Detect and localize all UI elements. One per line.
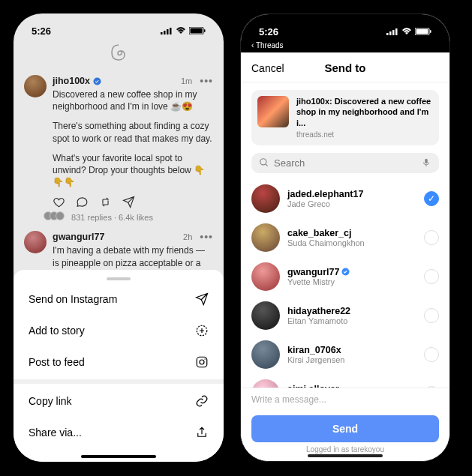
post-username[interactable]: jiho100x [53,76,90,86]
svg-rect-15 [395,28,398,35]
status-icons [386,28,431,35]
post-stats[interactable]: 831 replies · 6.4k likes [71,213,153,222]
threads-logo [14,40,224,70]
status-time: 5:26 [259,26,278,37]
svg-rect-13 [389,31,392,35]
sheet-item-send-instagram[interactable]: Send on Instagram [14,283,224,315]
contact-row[interactable]: kiran_0706xKirsi Jørgensen [251,335,439,374]
cancel-button[interactable]: Cancel [251,62,284,74]
home-indicator[interactable] [308,454,383,457]
sheet-item-copy-link[interactable]: Copy link [14,385,224,417]
message-input[interactable]: Write a message... [241,388,449,411]
post-actions [53,196,213,208]
svg-rect-14 [392,30,395,35]
feed-icon [195,355,209,369]
post-header: jiho100x 1m ••• [53,75,213,87]
sheet-item-label: Post to feed [29,356,85,368]
search-field[interactable] [251,153,439,173]
post-time: 2h [183,232,192,241]
search-input[interactable] [274,157,416,169]
preview-source: threads.net [296,130,433,139]
sheet-grabber[interactable] [107,277,131,280]
link-icon [195,394,209,408]
post: jiho100x 1m ••• Discovered a new coffee … [14,70,224,211]
svg-rect-5 [191,28,203,34]
contact-handle: cake_baker_cj [287,228,352,238]
post-text: Discovered a new coffee shop in my neigh… [53,88,213,188]
status-time: 5:26 [32,25,51,37]
select-checkbox[interactable] [424,347,439,362]
svg-rect-2 [167,29,169,34]
post-paragraph: What's your favorite local spot to unwin… [53,152,213,189]
verified-badge-icon [93,77,101,85]
send-icon [195,292,209,306]
verified-badge-icon [341,268,350,276]
sheet-divider [14,379,224,384]
select-checkbox[interactable] [424,269,439,284]
contact-row[interactable]: jaded.elephant17Jade Greco [251,179,439,218]
select-checkbox[interactable] [424,191,439,206]
avatar [251,340,280,369]
status-bar: 5:26 [14,13,224,40]
send-button[interactable]: Send [251,415,439,442]
status-icons [161,27,206,34]
battery-icon [189,27,206,34]
post-paragraph: Discovered a new coffee shop in my neigh… [53,88,213,112]
send-icon[interactable] [122,196,135,208]
avatar [251,223,280,252]
contact-name: Yvette Mistry [287,277,350,286]
svg-rect-0 [161,32,163,34]
sheet-item-post-feed[interactable]: Post to feed [14,346,224,378]
contact-info: gwangurl77Yvette Mistry [287,267,350,286]
avatar[interactable] [24,231,47,253]
svg-point-19 [260,159,266,165]
sheet-item-label: Share via... [29,427,82,439]
contact-handle: hidayathere22 [287,306,350,316]
svg-rect-20 [425,159,428,163]
avatar [251,184,280,213]
modal-title: Send to [325,61,366,74]
contact-name: Suda Chaimongkhon [287,238,365,247]
back-label: Threads [256,41,284,49]
story-icon [195,324,209,337]
sheet-item-share-via[interactable]: Share via... [14,417,224,448]
preview-text: jiho100x: Discovered a new coffee shop i… [296,96,433,139]
wifi-icon [176,27,186,34]
repost-icon[interactable] [99,196,112,208]
post-paragraph: There's something about finding a cozy s… [53,120,213,144]
svg-rect-12 [386,33,389,35]
comment-icon[interactable] [76,196,89,208]
like-icon[interactable] [53,196,65,208]
reply-avatars [47,211,65,220]
share-sheet: Send on Instagram Add to story Post to f… [14,270,224,462]
post-username[interactable]: gwangurl77 [53,232,104,242]
dimmed-background: 5:26 jiho100x 1m ••• Discovered a new c [14,13,224,289]
avatar [251,262,280,291]
select-checkbox[interactable] [424,230,439,245]
contact-row[interactable]: cake_baker_cjSuda Chaimongkhon [251,218,439,257]
contact-row[interactable]: gwangurl77Yvette Mistry [251,257,439,296]
search-icon [259,157,269,168]
contact-info: cake_baker_cjSuda Chaimongkhon [287,228,365,247]
avatar[interactable] [24,75,47,97]
more-icon[interactable]: ••• [200,75,213,87]
svg-rect-9 [197,357,207,367]
select-checkbox[interactable] [424,308,439,323]
contact-info: kiran_0706xKirsi Jørgensen [287,345,344,364]
contact-info: jaded.elephant17Jade Greco [287,189,363,208]
back-to-threads[interactable]: ‹ Threads [241,41,449,52]
more-icon[interactable]: ••• [200,231,213,243]
home-indicator[interactable] [81,455,156,458]
instagram-send-to-screen: 5:26 ‹ Threads Cancel Send to jiho100x: … [240,13,450,462]
sheet-item-label: Copy link [29,395,72,407]
contact-handle: jaded.elephant17 [287,189,363,199]
svg-rect-18 [430,30,431,33]
sheet-item-add-story[interactable]: Add to story [14,315,224,346]
contact-name: Eitan Yamamoto [287,316,350,325]
svg-point-11 [204,358,206,360]
sheet-item-label: Add to story [29,325,85,337]
contact-row[interactable]: hidayathere22Eitan Yamamoto [251,296,439,335]
battery-icon [415,28,431,35]
mic-icon[interactable] [421,157,431,168]
wifi-icon [401,28,412,35]
